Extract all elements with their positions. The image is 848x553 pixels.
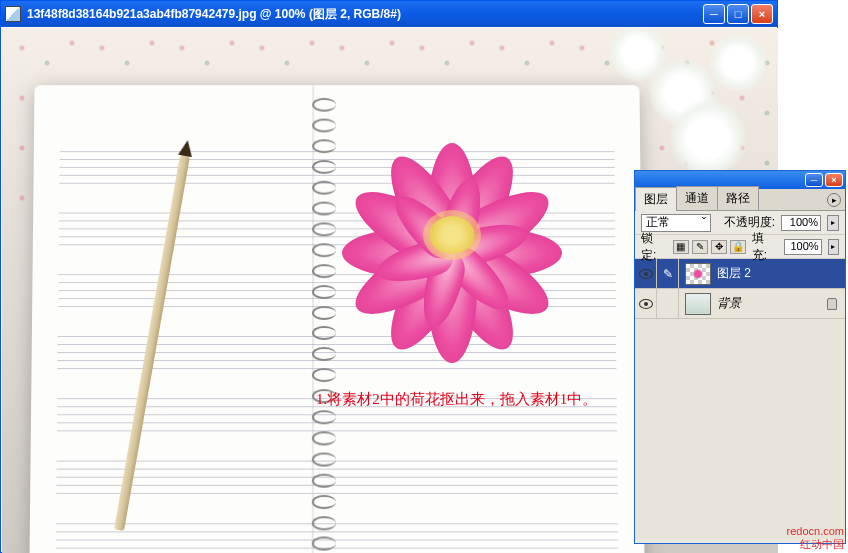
instruction-text: 1.将素材2中的荷花抠出来，拖入素材1中。: [316, 390, 597, 409]
layer-thumbnail[interactable]: [685, 293, 711, 315]
fill-label: 填充:: [752, 230, 778, 264]
maximize-button[interactable]: □: [727, 4, 749, 24]
document-icon: [5, 6, 21, 22]
tab-paths[interactable]: 路径: [717, 186, 759, 210]
watermark-url: redocn.com: [787, 525, 844, 538]
lock-pixels-icon[interactable]: ✎: [692, 240, 708, 254]
titlebar[interactable]: 13f48f8d38164b921a3ab4fb87942479.jpg @ 1…: [1, 1, 777, 27]
layer-row[interactable]: 背景: [635, 289, 845, 319]
layer-name[interactable]: 背景: [717, 295, 741, 312]
close-button[interactable]: ×: [751, 4, 773, 24]
blend-mode-value: 正常: [646, 214, 670, 231]
link-cell[interactable]: [657, 289, 679, 319]
lotus-flower: [332, 118, 572, 358]
tab-layers[interactable]: 图层: [635, 187, 677, 211]
watermark-text: 红动中国: [787, 538, 844, 551]
window-title: 13f48f8d38164b921a3ab4fb87942479.jpg @ 1…: [27, 6, 703, 23]
visibility-toggle[interactable]: [635, 259, 657, 289]
link-cell[interactable]: ✎: [657, 259, 679, 289]
lock-icon: [827, 298, 837, 310]
layers-list: ✎ 图层 2 背景: [635, 259, 845, 539]
eye-icon: [639, 269, 653, 279]
panel-tabs: 图层 通道 路径 ▸: [635, 189, 845, 211]
lock-all-icon[interactable]: 🔒: [730, 240, 746, 254]
panel-minimize-button[interactable]: ─: [805, 173, 823, 187]
lock-fill-row: 锁定: ▦ ✎ ✥ 🔒 填充: 100% ▸: [635, 235, 845, 259]
white-flowers: [578, 28, 778, 188]
lock-position-icon[interactable]: ✥: [711, 240, 727, 254]
panel-menu-button[interactable]: ▸: [827, 193, 841, 207]
panel-close-button[interactable]: ×: [825, 173, 843, 187]
eye-icon: [639, 299, 653, 309]
watermark: redocn.com 红动中国: [787, 525, 844, 551]
layer-thumbnail[interactable]: [685, 263, 711, 285]
chevron-down-icon: ˇ: [702, 216, 706, 230]
opacity-flyout-icon[interactable]: ▸: [827, 215, 839, 231]
visibility-toggle[interactable]: [635, 289, 657, 319]
opacity-label: 不透明度:: [724, 214, 775, 231]
tab-channels[interactable]: 通道: [676, 186, 718, 210]
fill-input[interactable]: 100%: [784, 239, 822, 255]
lock-transparency-icon[interactable]: ▦: [673, 240, 689, 254]
lock-icons: ▦ ✎ ✥ 🔒: [673, 240, 746, 254]
lotus-center: [429, 216, 475, 254]
fill-flyout-icon[interactable]: ▸: [828, 239, 839, 255]
layer-row[interactable]: ✎ 图层 2: [635, 259, 845, 289]
minimize-button[interactable]: ─: [703, 4, 725, 24]
layer-name[interactable]: 图层 2: [717, 265, 751, 282]
window-controls: ─ □ ×: [703, 4, 773, 24]
layers-panel: ─ × 图层 通道 路径 ▸ 正常 ˇ 不透明度: 100% ▸ 锁定: ▦ ✎…: [634, 170, 846, 544]
opacity-input[interactable]: 100%: [781, 215, 821, 231]
